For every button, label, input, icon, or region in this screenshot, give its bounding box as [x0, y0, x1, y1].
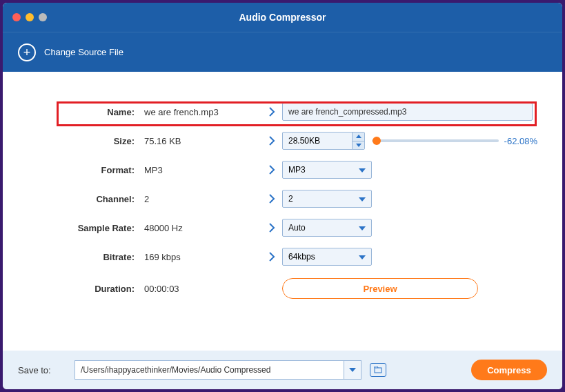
compress-button[interactable]: Compress [471, 360, 547, 380]
row-bitrate: Bitrate: 169 kbps 64kbps [17, 243, 548, 271]
bitrate-select[interactable]: 64kbps [282, 248, 372, 266]
arrow-icon [261, 251, 282, 262]
original-channel: 2 [144, 194, 261, 204]
original-duration: 00:00:03 [144, 284, 261, 294]
label-duration: Duration: [17, 284, 144, 294]
row-format: Format: MP3 MP3 [17, 156, 548, 184]
chevron-down-icon [359, 252, 366, 262]
output-name-input[interactable] [282, 103, 533, 121]
add-icon[interactable]: + [18, 43, 36, 61]
label-sample-rate: Sample Rate: [17, 223, 144, 233]
spinner-up-icon[interactable] [353, 133, 364, 141]
output-size-value: 28.50KB [288, 136, 320, 146]
save-path-input[interactable] [75, 360, 344, 380]
titlebar: Audio Compressor [3, 3, 562, 32]
original-format: MP3 [144, 165, 261, 175]
original-bitrate: 169 kbps [144, 252, 261, 262]
channel-value: 2 [288, 194, 293, 204]
label-format: Format: [17, 165, 144, 175]
slider-thumb-icon[interactable] [373, 137, 381, 145]
row-duration: Duration: 00:00:03 Preview [17, 275, 548, 302]
maximize-icon[interactable] [39, 13, 47, 21]
arrow-icon [261, 222, 282, 233]
sample-rate-value: Auto [288, 223, 306, 233]
row-name: Name: we are french.mp3 [17, 98, 548, 126]
sample-rate-select[interactable]: Auto [282, 219, 372, 237]
save-path-control [75, 360, 361, 380]
label-bitrate: Bitrate: [17, 252, 144, 262]
svg-rect-0 [375, 368, 381, 373]
chevron-down-icon [349, 368, 356, 372]
row-sample-rate: Sample Rate: 48000 Hz Auto [17, 214, 548, 242]
row-size: Size: 75.16 KB 28.50KB -62.08% [17, 127, 548, 155]
spinner-down-icon[interactable] [353, 141, 364, 150]
label-name: Name: [17, 107, 144, 117]
change-source-button[interactable]: Change Source File [44, 47, 123, 57]
label-channel: Channel: [17, 194, 144, 204]
folder-icon [374, 366, 382, 373]
chevron-down-icon [359, 223, 366, 233]
window-controls [12, 13, 47, 21]
arrow-icon [261, 164, 282, 175]
minimize-icon[interactable] [26, 13, 34, 21]
arrow-icon [261, 193, 282, 204]
format-select[interactable]: MP3 [282, 161, 372, 179]
size-percent: -62.08% [504, 136, 537, 146]
toolbar: + Change Source File [3, 32, 562, 72]
size-slider[interactable] [372, 139, 499, 142]
row-channel: Channel: 2 2 [17, 185, 548, 213]
preview-button[interactable]: Preview [282, 278, 478, 299]
footer: Save to: Compress [3, 351, 562, 389]
bitrate-value: 64kbps [288, 252, 315, 262]
open-folder-button[interactable] [370, 363, 386, 377]
label-size: Size: [17, 136, 144, 146]
output-size-spinner[interactable]: 28.50KB [282, 132, 365, 150]
original-name: we are french.mp3 [144, 107, 261, 117]
channel-select[interactable]: 2 [282, 190, 372, 208]
original-size: 75.16 KB [144, 136, 261, 146]
chevron-down-icon [359, 194, 366, 204]
format-value: MP3 [288, 165, 306, 175]
original-sample-rate: 48000 Hz [144, 223, 261, 233]
chevron-down-icon [359, 165, 366, 175]
save-to-label: Save to: [18, 365, 66, 375]
close-icon[interactable] [12, 13, 21, 21]
window-title: Audio Compressor [3, 12, 562, 23]
arrow-icon [261, 106, 282, 117]
arrow-icon [261, 135, 282, 146]
main-content: Name: we are french.mp3 Size: 75.16 KB 2… [3, 72, 562, 351]
save-path-dropdown[interactable] [344, 360, 361, 380]
